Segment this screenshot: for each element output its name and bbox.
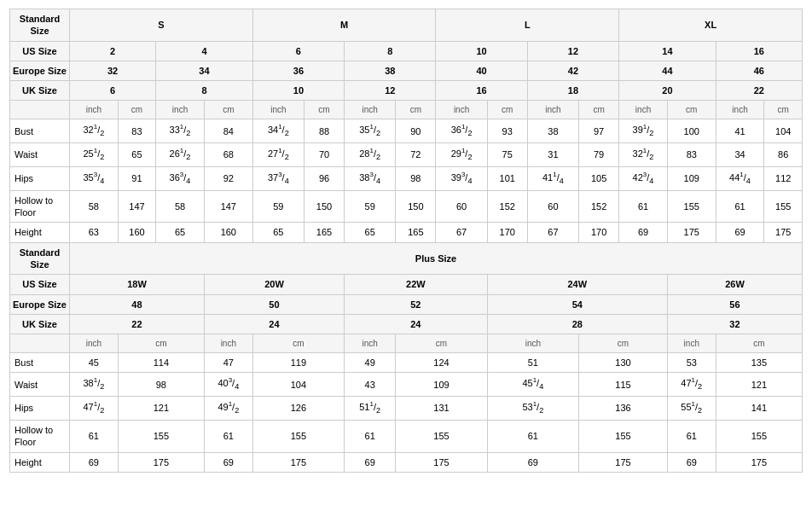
htf-155-1: 155: [667, 190, 716, 223]
bust-41-inch: 41: [716, 119, 764, 143]
hips-55-5: 551/2: [667, 397, 716, 421]
us-size-8: 8: [345, 41, 436, 61]
h-65-2: 65: [252, 223, 304, 242]
us-24w: 24W: [487, 275, 667, 294]
hips-41-25-inch: 411/4: [527, 167, 578, 191]
hips-98-cm: 98: [396, 167, 436, 191]
bust-34-5-inch: 341/2: [252, 119, 304, 143]
hips-109-cm: 109: [667, 167, 716, 191]
bust-135: 135: [716, 353, 802, 373]
uk-32-plus: 32: [667, 314, 802, 334]
uk-18: 18: [527, 81, 618, 101]
uk-28-plus: 28: [487, 314, 667, 334]
htf-58-2: 58: [156, 190, 205, 223]
h-170-1: 170: [487, 223, 527, 242]
waist-25-5-inch: 251/2: [70, 143, 119, 167]
h-69-2: 69: [716, 223, 764, 242]
hips-105-cm: 105: [579, 167, 619, 191]
h-65-1: 65: [156, 223, 205, 242]
h-175-2: 175: [764, 223, 803, 242]
bust-84-cm: 84: [204, 119, 252, 143]
waist-115: 115: [579, 373, 668, 397]
eu-54: 54: [487, 294, 667, 314]
unit-cm-6: cm: [579, 101, 619, 119]
bust-97-cm: 97: [579, 119, 619, 143]
eu-46: 46: [716, 61, 802, 80]
bust-90-cm: 90: [396, 119, 436, 143]
unit-cm-p5: cm: [716, 334, 802, 353]
hp-175-5: 175: [716, 452, 802, 472]
htf-152-1: 152: [487, 190, 527, 223]
unit-cm-p2: cm: [252, 334, 344, 353]
hp-175-1: 175: [118, 452, 204, 472]
h-67-2: 67: [527, 223, 578, 242]
h-63: 63: [70, 223, 119, 242]
waist-75-cm: 75: [487, 143, 527, 167]
unit-cm-p3: cm: [396, 334, 487, 353]
bust-114: 114: [118, 353, 204, 373]
htf-152-2: 152: [579, 190, 619, 223]
h-160-1: 160: [118, 223, 155, 242]
hips-42-75-inch: 423/4: [619, 167, 668, 191]
htf-150-1: 150: [304, 190, 344, 223]
hips-39-75-inch: 393/4: [436, 167, 487, 191]
eu-52: 52: [345, 294, 488, 314]
htf-60-2: 60: [527, 190, 578, 223]
unit-inch-1: inch: [70, 101, 119, 119]
unit-cm-p1: cm: [118, 334, 204, 353]
bust-38-inch: 38: [527, 119, 578, 143]
unit-inch-7: inch: [619, 101, 668, 119]
bust-88-cm: 88: [304, 119, 344, 143]
htf-58-1: 58: [70, 190, 119, 223]
uk-8: 8: [156, 81, 253, 101]
bust-104-cm: 104: [764, 119, 803, 143]
waist-43: 43: [345, 373, 396, 397]
waist-86-cm: 86: [764, 143, 803, 167]
uk-size-label: UK Size: [10, 81, 70, 101]
us-20w: 20W: [204, 275, 344, 294]
unit-inch-p4: inch: [487, 334, 578, 353]
hollow-floor-plus-label: Hollow to Floor: [10, 420, 70, 452]
bust-32-5-inch: 321/2: [70, 119, 119, 143]
hips-101-cm: 101: [487, 167, 527, 191]
hips-47-5: 471/2: [70, 397, 119, 421]
unit-inch-p1: inch: [70, 334, 119, 353]
hips-49-5: 491/2: [204, 397, 252, 421]
waist-label: Waist: [10, 143, 70, 167]
us-size-12: 12: [527, 41, 618, 61]
height-row-plus: Height 69 175 69 175 69 175 69 175 69 17…: [10, 452, 803, 472]
us-size-4: 4: [156, 41, 253, 61]
us-size-row: US Size 2 4 6 8 10 12 14 16: [10, 41, 803, 61]
eu-34: 34: [156, 61, 253, 80]
hips-37-75-inch: 373/4: [252, 167, 304, 191]
hp-69-3: 69: [345, 452, 396, 472]
waist-26-5-inch: 261/2: [156, 143, 205, 167]
uk-size-plus-label: UK Size: [10, 314, 70, 334]
htfp-61-2: 61: [204, 420, 252, 452]
hips-row-plus: Hips 471/2 121 491/2 126 511/2 131 531/2…: [10, 397, 803, 421]
waist-plus-label: Waist: [10, 373, 70, 397]
h-165-2: 165: [396, 223, 436, 242]
h-69-1: 69: [619, 223, 668, 242]
uk-size-plus-row: UK Size 22 24 24 28 32: [10, 314, 803, 334]
uk-20: 20: [619, 81, 716, 101]
bust-83-cm: 83: [118, 119, 155, 143]
waist-72-cm: 72: [396, 143, 436, 167]
hp-175-2: 175: [252, 452, 344, 472]
us-26w: 26W: [667, 275, 802, 294]
hollow-floor-row-plus: Hollow to Floor 61 155 61 155 61 155 61 …: [10, 420, 803, 452]
eu-48: 48: [70, 294, 205, 314]
hips-44-25-inch: 441/4: [716, 167, 764, 191]
europe-size-plus-row: Europe Size 48 50 52 54 56: [10, 294, 803, 314]
uk-24-plus: 24: [204, 314, 344, 334]
bust-100-cm: 100: [667, 119, 716, 143]
size-chart-table: Standard Size S M L XL US Size 2 4 6 8 1…: [9, 9, 803, 473]
hp-175-3: 175: [396, 452, 487, 472]
waist-row-top: Waist 251/2 65 261/2 68 271/2 70 281/2 7…: [10, 143, 803, 167]
hips-92-cm: 92: [204, 167, 252, 191]
units-label-empty-2: [10, 334, 70, 353]
bust-51: 51: [487, 353, 578, 373]
hips-112-cm: 112: [764, 167, 803, 191]
bust-130: 130: [579, 353, 668, 373]
htf-147-1: 147: [118, 190, 155, 223]
